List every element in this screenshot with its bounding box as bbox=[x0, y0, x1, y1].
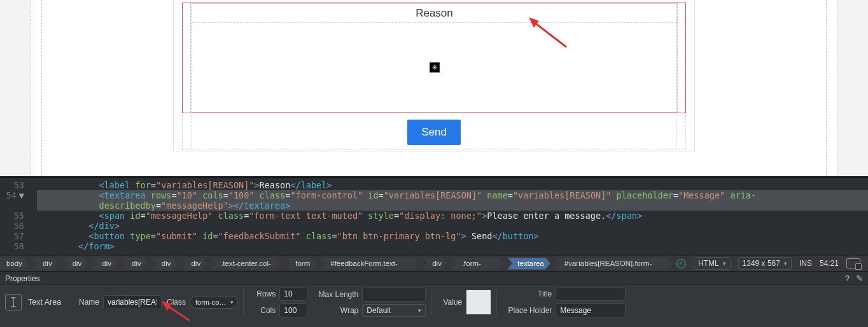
breadcrumb-item[interactable]: body bbox=[0, 258, 29, 270]
breadcrumb-item[interactable]: #variables[REASON].form-control bbox=[554, 258, 673, 270]
element-type: Text Area bbox=[28, 298, 61, 307]
properties-panel: Properties ? ✎ Text Area Name Class form… bbox=[0, 272, 868, 327]
breadcrumb-item[interactable]: div bbox=[122, 258, 148, 270]
preview-canvas[interactable]: Reason ✳ Send bbox=[31, 0, 837, 176]
breadcrumb-item[interactable]: div bbox=[32, 258, 59, 270]
design-preview: Reason ✳ Send bbox=[0, 0, 868, 177]
language-select[interactable]: HTML▾ bbox=[694, 257, 731, 270]
submit-region: Send bbox=[182, 115, 686, 150]
rows-label: Rows bbox=[249, 289, 276, 298]
title-label: Title bbox=[502, 289, 552, 298]
status-area: HTML▾ 1349 x 567▾ INS 54:21 bbox=[676, 257, 864, 270]
breadcrumb-item[interactable]: .text-center.col-12 bbox=[211, 258, 281, 270]
field-label: Reason bbox=[192, 4, 676, 23]
breadcrumb-item[interactable]: div bbox=[92, 258, 118, 270]
syntax-ok-icon bbox=[676, 259, 686, 268]
breadcrumb-trail[interactable]: bodydivdivdivdivdivdiv.text-center.col-1… bbox=[0, 258, 676, 270]
help-icon[interactable]: ? bbox=[845, 274, 850, 283]
class-select[interactable]: form-co… bbox=[190, 296, 238, 309]
textarea-field[interactable]: Reason ✳ bbox=[192, 3, 677, 113]
breadcrumb-item[interactable]: div bbox=[151, 258, 178, 270]
cols-label: Cols bbox=[249, 306, 276, 315]
rows-input[interactable] bbox=[279, 287, 307, 301]
class-label: Class bbox=[167, 298, 186, 307]
breadcrumb-item[interactable]: div bbox=[62, 258, 88, 270]
value-label: Value bbox=[437, 298, 462, 307]
title-input[interactable] bbox=[556, 287, 626, 301]
code-editor[interactable]: 53 <label for="variables[REASON]">Reason… bbox=[0, 177, 868, 255]
name-input[interactable] bbox=[103, 295, 162, 309]
breadcrumb-item[interactable]: div bbox=[181, 258, 207, 270]
breadcrumb-item[interactable]: div bbox=[422, 258, 448, 270]
wrap-select[interactable]: Default▾ bbox=[362, 304, 426, 317]
maxlength-input[interactable] bbox=[362, 288, 426, 302]
value-input[interactable] bbox=[466, 289, 491, 315]
textarea-type-icon bbox=[5, 294, 22, 310]
send-button[interactable]: Send bbox=[407, 120, 461, 145]
cols-input[interactable] bbox=[279, 303, 307, 317]
insert-mode: INS bbox=[799, 259, 812, 268]
dynamic-marker-icon: ✳ bbox=[430, 62, 440, 73]
breadcrumb-item[interactable]: #feedbackForm.text-center bbox=[320, 258, 418, 270]
placeholder-input[interactable] bbox=[556, 303, 626, 317]
textarea-body[interactable]: ✳ bbox=[192, 23, 676, 112]
cursor-position: 54:21 bbox=[820, 259, 839, 268]
breadcrumb-bar: bodydivdivdivdivdivdiv.text-center.col-1… bbox=[0, 255, 868, 272]
properties-title: Properties bbox=[5, 274, 40, 283]
edit-icon[interactable]: ✎ bbox=[856, 274, 863, 283]
breadcrumb-item[interactable]: .form-group bbox=[452, 258, 503, 270]
devices-icon[interactable] bbox=[846, 258, 860, 268]
maxlength-label: Max Length bbox=[312, 290, 358, 299]
placeholder-label: Place Holder bbox=[502, 306, 552, 315]
wrap-label: Wrap bbox=[312, 306, 358, 315]
selected-element-outline[interactable]: Reason ✳ bbox=[182, 3, 686, 113]
name-label: Name bbox=[74, 298, 99, 307]
breadcrumb-item[interactable]: textarea bbox=[507, 258, 550, 270]
breadcrumb-item[interactable]: form bbox=[285, 258, 316, 270]
dimensions-select[interactable]: 1349 x 567▾ bbox=[738, 257, 792, 270]
